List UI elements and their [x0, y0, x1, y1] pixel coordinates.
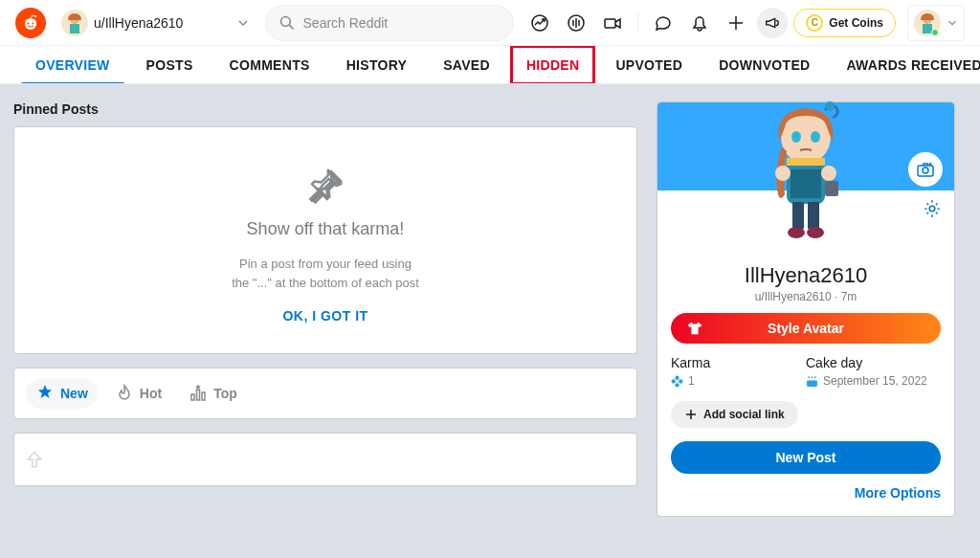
karma-value: 1 — [671, 374, 806, 388]
user-profile-chip[interactable]: u/IllHyena2610 — [54, 6, 190, 40]
svg-rect-14 — [191, 394, 194, 400]
tab-downvoted[interactable]: DOWNVOTED — [702, 46, 826, 84]
coin-icon-sm: C — [806, 14, 823, 32]
new-post-button[interactable]: New Post — [671, 441, 941, 474]
search-box[interactable] — [265, 5, 514, 41]
flower-icon — [671, 375, 683, 388]
svg-rect-39 — [807, 380, 817, 387]
video-icon[interactable] — [597, 8, 628, 38]
username-text: u/IllHyena2610 — [94, 15, 183, 31]
svg-point-34 — [675, 375, 679, 379]
svg-point-22 — [791, 131, 801, 143]
tab-awards-received[interactable]: AWARDS RECEIVED — [830, 46, 980, 84]
top-icon — [189, 384, 208, 403]
cakeday-label: Cake day — [806, 355, 941, 370]
svg-point-40 — [808, 376, 810, 378]
svg-point-23 — [811, 131, 820, 143]
pinned-heading: Show off that karma! — [33, 219, 617, 239]
svg-rect-26 — [791, 169, 821, 198]
svg-point-19 — [929, 206, 935, 212]
svg-point-35 — [675, 383, 679, 387]
svg-rect-15 — [197, 390, 200, 400]
search-icon — [279, 14, 295, 32]
more-options-button[interactable]: More Options — [671, 485, 941, 501]
chat-icon[interactable] — [648, 8, 679, 38]
svg-point-42 — [814, 376, 816, 378]
tab-saved[interactable]: SAVED — [427, 46, 506, 84]
pinned-section-title: Pinned Posts — [13, 101, 637, 117]
post-placeholder — [13, 433, 637, 486]
cake-icon — [806, 375, 818, 388]
svg-point-21 — [825, 101, 835, 111]
profile-tabs: OVERVIEW POSTS COMMENTS HISTORY SAVED HI… — [0, 46, 980, 84]
svg-point-41 — [812, 376, 813, 378]
online-indicator — [931, 29, 939, 36]
sort-hot[interactable]: Hot — [105, 378, 171, 409]
coin-icon[interactable] — [561, 8, 591, 38]
tab-hidden[interactable]: HIDDEN — [510, 46, 595, 84]
svg-point-8 — [281, 16, 291, 26]
svg-rect-11 — [605, 19, 615, 28]
svg-point-3 — [28, 22, 30, 24]
gear-icon[interactable] — [922, 198, 943, 219]
svg-point-38 — [676, 379, 679, 382]
fire-icon — [115, 384, 134, 403]
plus-icon — [684, 408, 698, 421]
svg-point-37 — [679, 379, 682, 383]
karma-label: Karma — [671, 355, 806, 370]
get-coins-button[interactable]: C Get Coins — [793, 9, 896, 37]
svg-rect-25 — [787, 158, 825, 166]
sort-new[interactable]: New — [26, 378, 98, 409]
pinned-card: Show off that karma! Pin a post from you… — [13, 126, 637, 354]
chevron-down-icon — [947, 17, 958, 29]
sort-top[interactable]: Top — [179, 378, 247, 409]
megaphone-icon[interactable] — [757, 8, 788, 38]
style-avatar-button[interactable]: Style Avatar — [671, 313, 941, 344]
tab-overview[interactable]: OVERVIEW — [19, 46, 126, 84]
search-input[interactable] — [303, 15, 501, 31]
tab-history[interactable]: HISTORY — [330, 46, 424, 84]
svg-point-33 — [807, 227, 824, 238]
reddit-logo[interactable] — [15, 8, 46, 38]
popular-icon[interactable] — [524, 8, 555, 38]
bell-icon[interactable] — [684, 8, 715, 38]
separator — [637, 12, 638, 33]
svg-point-4 — [33, 22, 34, 24]
svg-rect-29 — [825, 181, 838, 196]
profile-display-name: IllHyena2610 — [671, 263, 941, 288]
svg-rect-30 — [792, 202, 804, 229]
cakeday-value: September 15, 2022 — [806, 374, 941, 388]
profile-sidebar-card: IllHyena2610 u/IllHyena2610 · 7m Style A… — [657, 101, 955, 517]
plus-icon[interactable] — [721, 8, 751, 38]
new-icon — [35, 384, 55, 403]
svg-rect-31 — [808, 202, 819, 229]
profile-handle: u/IllHyena2610 · 7m — [671, 290, 941, 303]
svg-point-18 — [923, 167, 928, 173]
pushpin-icon — [33, 166, 617, 206]
svg-point-1 — [26, 19, 29, 22]
camera-icon[interactable] — [908, 152, 943, 187]
top-header: u/IllHyena2610 C Get Coins — [0, 0, 980, 46]
upvote-icon[interactable] — [24, 449, 45, 470]
tab-upvoted[interactable]: UPVOTED — [599, 46, 699, 84]
ok-got-it-button[interactable]: OK, I GOT IT — [282, 308, 368, 324]
add-social-link-button[interactable]: Add social link — [671, 401, 798, 428]
svg-point-28 — [821, 166, 836, 181]
profile-avatar-large — [748, 99, 863, 254]
svg-rect-16 — [202, 392, 205, 400]
tab-comments[interactable]: COMMENTS — [213, 46, 326, 84]
shirt-icon — [686, 320, 703, 337]
pinned-desc: Pin a post from your feed using the "...… — [33, 255, 617, 292]
chevron-down-icon[interactable] — [236, 16, 250, 30]
svg-point-32 — [788, 227, 805, 238]
avatar-sm — [61, 10, 88, 36]
svg-point-36 — [672, 379, 676, 383]
svg-rect-7 — [70, 24, 79, 33]
svg-point-2 — [33, 19, 36, 22]
get-coins-label: Get Coins — [829, 16, 883, 30]
tab-posts[interactable]: POSTS — [130, 46, 210, 84]
user-menu[interactable] — [907, 5, 965, 41]
sort-bar: New Hot Top — [13, 368, 637, 419]
svg-point-27 — [775, 166, 791, 181]
